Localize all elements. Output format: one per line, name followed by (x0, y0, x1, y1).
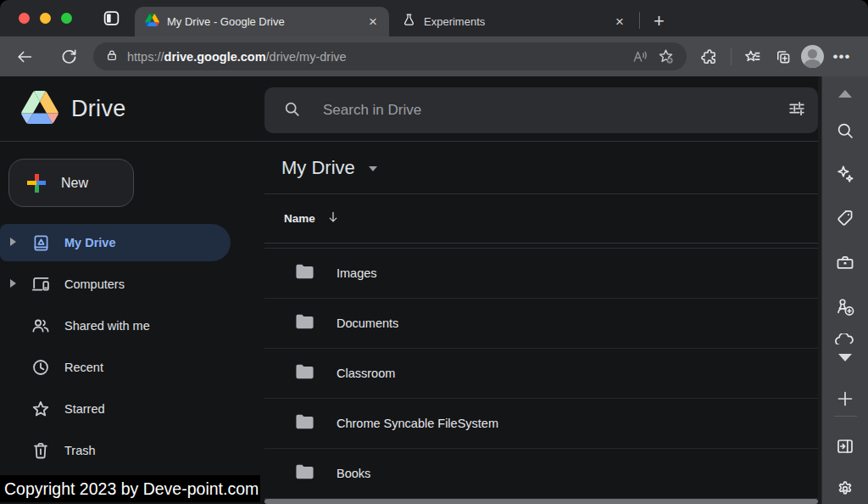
expand-arrow-icon[interactable] (10, 238, 16, 246)
shared-with-me-icon (31, 316, 51, 336)
watermark: Copyright 2023 by Deve-point.com (0, 475, 260, 502)
beaker-icon (402, 13, 416, 31)
sidebar-item-trash[interactable]: Trash (0, 432, 264, 469)
settings-more-icon[interactable]: ••• (829, 44, 854, 70)
refresh-icon[interactable] (56, 44, 81, 70)
drive-nav: My Drive Computers (0, 224, 264, 473)
folder-icon (295, 413, 314, 434)
new-button[interactable]: New (8, 159, 134, 207)
tools-toolbox-icon[interactable] (835, 252, 856, 273)
collapse-up-icon[interactable] (838, 90, 852, 98)
tab-experiments[interactable]: Experiments × (392, 7, 636, 36)
drive-sidebar: Drive New My Drive (0, 76, 264, 504)
tab-separator (639, 12, 640, 29)
list-header-row: Name (264, 194, 818, 244)
folder-icon (295, 363, 314, 384)
settings-gear-icon[interactable] (835, 479, 856, 500)
drive-logo-row: Drive (0, 76, 264, 142)
sidebar-item-recent[interactable]: Recent (0, 349, 264, 386)
address-bar[interactable]: https://drive.google.com/drive/my-drive (93, 42, 687, 70)
table-row[interactable]: Images (264, 249, 818, 299)
tab-title: My Drive - Google Drive (167, 15, 359, 28)
tab-strip: My Drive - Google Drive × Experiments × … (0, 0, 868, 36)
sort-descending-icon[interactable] (326, 210, 341, 228)
chevron-down-icon[interactable] (369, 166, 377, 171)
site-lock-icon[interactable] (105, 48, 119, 65)
computers-icon (31, 274, 51, 294)
favorites-icon[interactable] (740, 44, 765, 70)
table-row[interactable]: Books (264, 449, 818, 499)
scroll-down-icon[interactable] (838, 354, 852, 361)
avatar-head (808, 49, 817, 59)
page-title[interactable]: My Drive (281, 157, 355, 179)
tab-activity-icon[interactable] (103, 9, 120, 27)
minimize-window-button[interactable] (40, 13, 51, 24)
sidebar-item-my-drive[interactable]: My Drive (0, 224, 231, 261)
search-icon (283, 100, 301, 121)
table-row[interactable]: Chrome Syncable FileSystem (264, 399, 818, 449)
toolbar-separator (731, 48, 732, 65)
sidebar-divider (834, 416, 857, 417)
my-drive-icon (31, 232, 51, 253)
search-options-icon[interactable] (787, 99, 806, 121)
shopping-tag-icon[interactable] (835, 208, 855, 228)
recent-clock-icon (31, 357, 51, 378)
starred-icon (31, 399, 51, 419)
drive-main: My Drive Name Images Documents (264, 76, 818, 504)
google-drive-favicon-icon (145, 14, 159, 30)
add-favorite-icon[interactable] (653, 44, 678, 70)
horizontal-scrollbar[interactable] (264, 499, 818, 504)
sidebar-item-starred[interactable]: Starred (0, 390, 264, 428)
sidebar-item-computers[interactable]: Computers (0, 266, 264, 303)
sidebar-item-shared-with-me[interactable]: Shared with me (0, 307, 264, 344)
tab-close-icon[interactable]: × (367, 14, 379, 29)
table-row[interactable]: Documents (264, 299, 818, 349)
expand-arrow-icon[interactable] (10, 279, 16, 288)
drive-logo-label: Drive (71, 96, 126, 122)
open-in-sidebar-icon[interactable] (835, 436, 855, 456)
google-plus-icon (27, 174, 46, 193)
toolbar-right-icons: ••• (697, 44, 854, 70)
breadcrumb-row: My Drive (264, 142, 818, 194)
avatar-body (804, 59, 821, 68)
add-to-sidebar-icon[interactable] (835, 389, 855, 409)
discover-sparkles-icon[interactable] (835, 164, 856, 185)
search-bar[interactable] (264, 87, 818, 133)
cloud-icon[interactable] (834, 333, 856, 344)
search-input[interactable] (323, 102, 787, 119)
tab-my-drive[interactable]: My Drive - Google Drive × (135, 7, 389, 36)
tab-close-icon[interactable]: × (614, 14, 626, 29)
collections-icon[interactable] (771, 44, 796, 70)
browser-toolbar: https://drive.google.com/drive/my-drive (0, 36, 868, 76)
search-row (264, 76, 818, 142)
tab-title: Experiments (424, 15, 606, 28)
zoom-window-button[interactable] (61, 13, 72, 24)
sidebar-search-icon[interactable] (835, 120, 855, 141)
profile-avatar[interactable] (801, 45, 824, 68)
folder-icon (295, 313, 314, 333)
google-drive-logo-icon (21, 91, 58, 127)
url-text: https://drive.google.com/drive/my-drive (127, 50, 627, 64)
browser-window: My Drive - Google Drive × Experiments × … (0, 0, 868, 504)
extensions-icon[interactable] (697, 44, 722, 70)
read-aloud-icon[interactable] (627, 44, 653, 70)
new-tab-button[interactable]: + (647, 10, 671, 32)
page-content: Drive New My Drive (0, 76, 868, 504)
folder-icon (295, 463, 314, 484)
folder-icon (295, 263, 314, 283)
close-window-button[interactable] (19, 13, 30, 24)
games-icon[interactable] (834, 296, 856, 318)
name-column-header[interactable]: Name (284, 212, 315, 225)
edge-sidebar (821, 76, 868, 504)
trash-icon (31, 440, 51, 461)
table-row[interactable]: Classroom (264, 349, 818, 399)
back-icon[interactable] (12, 44, 37, 70)
traffic-lights (0, 13, 72, 24)
